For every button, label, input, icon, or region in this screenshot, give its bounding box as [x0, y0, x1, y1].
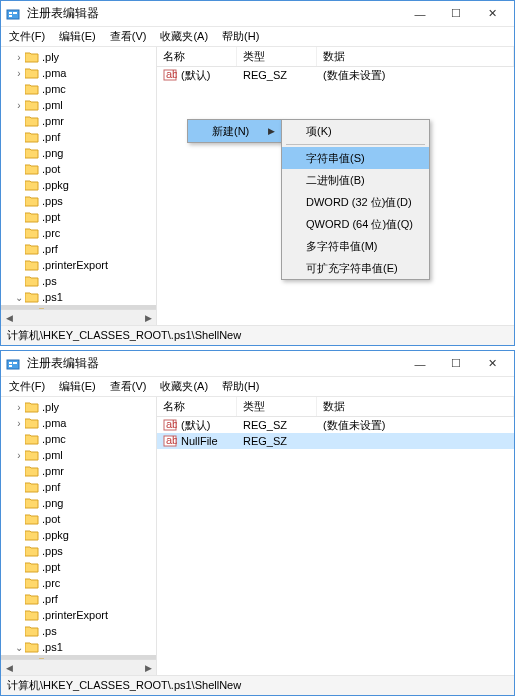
tree-item[interactable]: ›.pml: [1, 97, 156, 113]
tree-item[interactable]: .prf: [1, 591, 156, 607]
menu-edit[interactable]: 编辑(E): [55, 377, 100, 396]
tree-item[interactable]: .ps: [1, 273, 156, 289]
tree-scrollbar-h[interactable]: ◀ ▶: [1, 659, 156, 675]
context-new-label: 新建(N): [212, 124, 249, 139]
submenu-item[interactable]: DWORD (32 位)值(D): [282, 191, 429, 213]
context-submenu[interactable]: 项(K)字符串值(S)二进制值(B)DWORD (32 位)值(D)QWORD …: [281, 119, 430, 280]
tree-item[interactable]: .pmc: [1, 431, 156, 447]
folder-icon: [25, 147, 39, 159]
col-name[interactable]: 名称: [157, 397, 237, 416]
menu-fav[interactable]: 收藏夹(A): [156, 377, 212, 396]
menu-view[interactable]: 查看(V): [106, 27, 151, 46]
list-pane[interactable]: 名称 类型 数据 ab(默认)REG_SZ(数值未设置) 新建(N) ▶ 项(K…: [157, 47, 514, 325]
scroll-right-icon[interactable]: ▶: [140, 310, 156, 326]
expand-right-icon[interactable]: ›: [13, 402, 25, 413]
tree-item[interactable]: .printerExport: [1, 257, 156, 273]
tree-item[interactable]: ⌄.ps1: [1, 639, 156, 655]
tree-item-label: .prf: [42, 243, 58, 255]
tree-item[interactable]: ›.pma: [1, 415, 156, 431]
menu-file[interactable]: 文件(F): [5, 377, 49, 396]
tree-pane[interactable]: ›.ply›.pma.pmc›.pml.pmr.pnf.png.pot.ppkg…: [1, 47, 157, 325]
submenu-item[interactable]: 字符串值(S): [282, 147, 429, 169]
tree-item[interactable]: .printerExport: [1, 607, 156, 623]
tree-item[interactable]: .pnf: [1, 129, 156, 145]
tree-item[interactable]: ›.pma: [1, 65, 156, 81]
menu-help[interactable]: 帮助(H): [218, 27, 263, 46]
tree-item[interactable]: .png: [1, 495, 156, 511]
scroll-left-icon[interactable]: ◀: [1, 660, 17, 676]
tree-scrollbar-h[interactable]: ◀ ▶: [1, 309, 156, 325]
expand-right-icon[interactable]: ›: [13, 418, 25, 429]
tree-item-label: .printerExport: [42, 609, 108, 621]
expand-down-icon[interactable]: ⌄: [13, 292, 25, 303]
tree-item[interactable]: ⌄.ps1: [1, 289, 156, 305]
list-row[interactable]: ab(默认)REG_SZ(数值未设置): [157, 417, 514, 433]
tree-item[interactable]: .ps: [1, 623, 156, 639]
minimize-button[interactable]: —: [402, 352, 438, 376]
col-type[interactable]: 类型: [237, 47, 317, 66]
context-menu[interactable]: 新建(N) ▶ 项(K)字符串值(S)二进制值(B)DWORD (32 位)值(…: [187, 119, 282, 143]
scroll-right-icon[interactable]: ▶: [140, 660, 156, 676]
menu-file[interactable]: 文件(F): [5, 27, 49, 46]
tree-pane[interactable]: ›.ply›.pma.pmc›.pml.pmr.pnf.png.pot.ppkg…: [1, 397, 157, 675]
value-name: (默认): [181, 418, 210, 433]
tree-item[interactable]: .ppkg: [1, 177, 156, 193]
tree-item[interactable]: .prf: [1, 241, 156, 257]
tree-item[interactable]: .ppkg: [1, 527, 156, 543]
col-data[interactable]: 数据: [317, 47, 514, 66]
tree-item[interactable]: ›.ply: [1, 399, 156, 415]
submenu-item[interactable]: 二进制值(B): [282, 169, 429, 191]
menu-edit[interactable]: 编辑(E): [55, 27, 100, 46]
tree-item[interactable]: .prc: [1, 575, 156, 591]
context-new[interactable]: 新建(N) ▶ 项(K)字符串值(S)二进制值(B)DWORD (32 位)值(…: [188, 120, 281, 142]
titlebar[interactable]: 注册表编辑器 — ☐ ✕: [1, 1, 514, 27]
submenu-item-label: 字符串值(S): [306, 151, 365, 166]
close-button[interactable]: ✕: [474, 2, 510, 26]
list-row[interactable]: ab(默认)REG_SZ(数值未设置): [157, 67, 514, 83]
tree-item[interactable]: .pmc: [1, 81, 156, 97]
submenu-item[interactable]: QWORD (64 位)值(Q): [282, 213, 429, 235]
tree-item-label: .pps: [42, 545, 63, 557]
maximize-button[interactable]: ☐: [438, 352, 474, 376]
scroll-left-icon[interactable]: ◀: [1, 310, 17, 326]
col-name[interactable]: 名称: [157, 47, 237, 66]
tree-item[interactable]: .png: [1, 145, 156, 161]
menu-fav[interactable]: 收藏夹(A): [156, 27, 212, 46]
expand-right-icon[interactable]: ›: [13, 100, 25, 111]
list-row[interactable]: abNullFileREG_SZ: [157, 433, 514, 449]
expand-right-icon[interactable]: ›: [13, 52, 25, 63]
expand-right-icon[interactable]: ›: [13, 68, 25, 79]
close-button[interactable]: ✕: [474, 352, 510, 376]
submenu-item[interactable]: 可扩充字符串值(E): [282, 257, 429, 279]
svg-rect-6: [7, 360, 19, 369]
tree-item[interactable]: ›.pml: [1, 447, 156, 463]
tree-item[interactable]: .pot: [1, 161, 156, 177]
list-header[interactable]: 名称 类型 数据: [157, 397, 514, 417]
minimize-button[interactable]: —: [402, 2, 438, 26]
tree-item[interactable]: ›.ply: [1, 49, 156, 65]
menu-help[interactable]: 帮助(H): [218, 377, 263, 396]
tree-item[interactable]: .pmr: [1, 463, 156, 479]
submenu-item[interactable]: 项(K): [282, 120, 429, 142]
tree-item[interactable]: .pmr: [1, 113, 156, 129]
list-header[interactable]: 名称 类型 数据: [157, 47, 514, 67]
tree-item[interactable]: .pps: [1, 543, 156, 559]
folder-icon: [25, 67, 39, 79]
menu-view[interactable]: 查看(V): [106, 377, 151, 396]
tree-item[interactable]: .pnf: [1, 479, 156, 495]
maximize-button[interactable]: ☐: [438, 2, 474, 26]
col-data[interactable]: 数据: [317, 397, 514, 416]
folder-icon: [25, 561, 39, 573]
submenu-item[interactable]: 多字符串值(M): [282, 235, 429, 257]
tree-item[interactable]: .pot: [1, 511, 156, 527]
tree-item[interactable]: .prc: [1, 225, 156, 241]
list-pane[interactable]: 名称 类型 数据 ab(默认)REG_SZ(数值未设置)abNullFileRE…: [157, 397, 514, 675]
expand-right-icon[interactable]: ›: [13, 450, 25, 461]
folder-icon: [25, 179, 39, 191]
titlebar[interactable]: 注册表编辑器 — ☐ ✕: [1, 351, 514, 377]
col-type[interactable]: 类型: [237, 397, 317, 416]
expand-down-icon[interactable]: ⌄: [13, 642, 25, 653]
tree-item[interactable]: .ppt: [1, 209, 156, 225]
tree-item[interactable]: .pps: [1, 193, 156, 209]
tree-item[interactable]: .ppt: [1, 559, 156, 575]
